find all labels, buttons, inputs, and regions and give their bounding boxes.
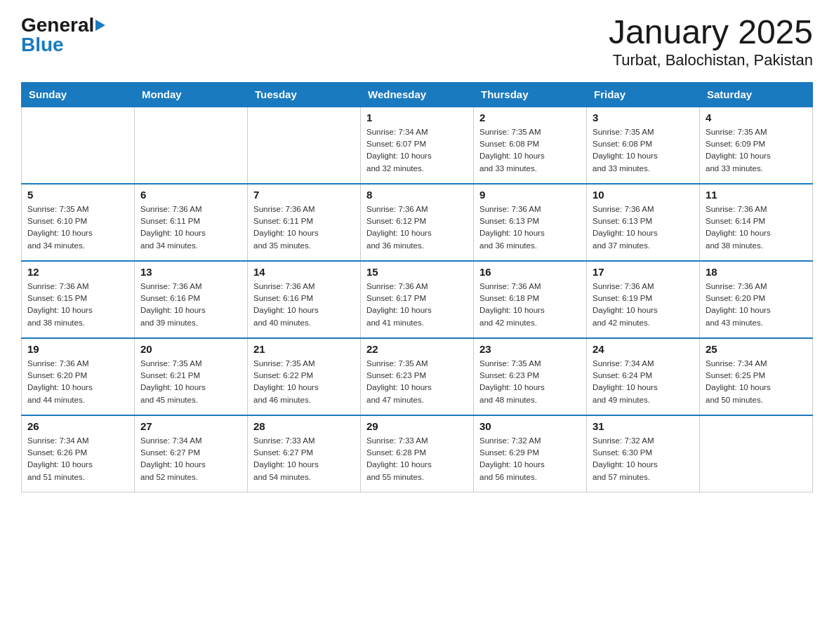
calendar-day-cell: 7Sunrise: 7:36 AMSunset: 6:11 PMDaylight… xyxy=(248,184,361,261)
day-number: 21 xyxy=(253,343,355,355)
day-info: Sunrise: 7:35 AMSunset: 6:23 PMDaylight:… xyxy=(479,358,581,406)
day-info: Sunrise: 7:36 AMSunset: 6:16 PMDaylight:… xyxy=(140,281,241,329)
day-number: 22 xyxy=(366,343,468,355)
day-number: 6 xyxy=(140,189,241,201)
calendar-day-cell: 24Sunrise: 7:34 AMSunset: 6:24 PMDayligh… xyxy=(587,338,700,415)
day-info: Sunrise: 7:36 AMSunset: 6:19 PMDaylight:… xyxy=(593,281,694,329)
calendar-day-cell: 30Sunrise: 7:32 AMSunset: 6:29 PMDayligh… xyxy=(474,415,587,492)
calendar-day-cell: 25Sunrise: 7:34 AMSunset: 6:25 PMDayligh… xyxy=(700,338,813,415)
day-number: 13 xyxy=(140,266,241,278)
calendar-day-cell: 23Sunrise: 7:35 AMSunset: 6:23 PMDayligh… xyxy=(474,338,587,415)
day-info: Sunrise: 7:36 AMSunset: 6:11 PMDaylight:… xyxy=(140,203,241,252)
day-info: Sunrise: 7:36 AMSunset: 6:18 PMDaylight:… xyxy=(479,281,581,329)
calendar-day-cell: 28Sunrise: 7:33 AMSunset: 6:27 PMDayligh… xyxy=(248,415,361,492)
day-number: 27 xyxy=(140,420,241,432)
page-header: General Blue January 2025 Turbat, Baloch… xyxy=(21,14,813,69)
day-info: Sunrise: 7:36 AMSunset: 6:20 PMDaylight:… xyxy=(27,358,128,406)
calendar-day-cell: 11Sunrise: 7:36 AMSunset: 6:14 PMDayligh… xyxy=(700,184,813,261)
day-info: Sunrise: 7:34 AMSunset: 6:27 PMDaylight:… xyxy=(140,435,241,483)
day-info: Sunrise: 7:36 AMSunset: 6:11 PMDaylight:… xyxy=(253,203,355,252)
calendar-table: SundayMondayTuesdayWednesdayThursdayFrid… xyxy=(21,82,813,493)
title-section: January 2025 Turbat, Balochistan, Pakist… xyxy=(609,14,813,69)
day-of-week-header: Saturday xyxy=(700,82,813,107)
day-number: 31 xyxy=(593,420,694,432)
day-info: Sunrise: 7:35 AMSunset: 6:23 PMDaylight:… xyxy=(366,358,468,406)
day-number: 29 xyxy=(366,420,468,432)
day-info: Sunrise: 7:34 AMSunset: 6:25 PMDaylight:… xyxy=(706,358,807,406)
calendar-day-cell xyxy=(248,107,361,184)
calendar-day-cell: 18Sunrise: 7:36 AMSunset: 6:20 PMDayligh… xyxy=(700,261,813,338)
calendar-day-cell: 19Sunrise: 7:36 AMSunset: 6:20 PMDayligh… xyxy=(22,338,135,415)
day-info: Sunrise: 7:36 AMSunset: 6:16 PMDaylight:… xyxy=(253,281,355,329)
day-of-week-header: Tuesday xyxy=(248,82,361,107)
day-info: Sunrise: 7:34 AMSunset: 6:07 PMDaylight:… xyxy=(366,126,468,175)
day-of-week-header: Sunday xyxy=(22,82,135,107)
calendar-day-cell: 21Sunrise: 7:35 AMSunset: 6:22 PMDayligh… xyxy=(248,338,361,415)
day-info: Sunrise: 7:36 AMSunset: 6:20 PMDaylight:… xyxy=(706,281,807,329)
day-info: Sunrise: 7:36 AMSunset: 6:14 PMDaylight:… xyxy=(706,203,807,252)
day-info: Sunrise: 7:35 AMSunset: 6:21 PMDaylight:… xyxy=(140,358,241,406)
day-info: Sunrise: 7:36 AMSunset: 6:13 PMDaylight:… xyxy=(593,203,694,252)
day-number: 15 xyxy=(366,266,468,278)
calendar-day-cell: 12Sunrise: 7:36 AMSunset: 6:15 PMDayligh… xyxy=(22,261,135,338)
day-info: Sunrise: 7:35 AMSunset: 6:08 PMDaylight:… xyxy=(479,126,581,175)
calendar-day-cell: 20Sunrise: 7:35 AMSunset: 6:21 PMDayligh… xyxy=(135,338,248,415)
day-number: 23 xyxy=(479,343,581,355)
calendar-day-cell: 6Sunrise: 7:36 AMSunset: 6:11 PMDaylight… xyxy=(135,184,248,261)
calendar-day-cell: 26Sunrise: 7:34 AMSunset: 6:26 PMDayligh… xyxy=(22,415,135,492)
calendar-day-cell: 3Sunrise: 7:35 AMSunset: 6:08 PMDaylight… xyxy=(587,107,700,184)
day-number: 1 xyxy=(366,112,468,123)
calendar-day-cell: 2Sunrise: 7:35 AMSunset: 6:08 PMDaylight… xyxy=(474,107,587,184)
day-info: Sunrise: 7:35 AMSunset: 6:09 PMDaylight:… xyxy=(706,126,807,175)
day-info: Sunrise: 7:33 AMSunset: 6:28 PMDaylight:… xyxy=(366,435,468,483)
day-number: 19 xyxy=(27,343,128,355)
calendar-day-cell: 29Sunrise: 7:33 AMSunset: 6:28 PMDayligh… xyxy=(361,415,474,492)
logo: General Blue xyxy=(21,14,105,56)
day-info: Sunrise: 7:34 AMSunset: 6:24 PMDaylight:… xyxy=(593,358,694,406)
calendar-day-cell: 4Sunrise: 7:35 AMSunset: 6:09 PMDaylight… xyxy=(700,107,813,184)
calendar-day-cell: 15Sunrise: 7:36 AMSunset: 6:17 PMDayligh… xyxy=(361,261,474,338)
calendar-day-cell: 8Sunrise: 7:36 AMSunset: 6:12 PMDaylight… xyxy=(361,184,474,261)
day-info: Sunrise: 7:36 AMSunset: 6:17 PMDaylight:… xyxy=(366,281,468,329)
logo-blue-text: Blue xyxy=(21,34,105,56)
calendar-day-cell: 5Sunrise: 7:35 AMSunset: 6:10 PMDaylight… xyxy=(22,184,135,261)
day-info: Sunrise: 7:35 AMSunset: 6:08 PMDaylight:… xyxy=(593,126,694,175)
calendar-day-cell xyxy=(135,107,248,184)
day-number: 28 xyxy=(253,420,355,432)
day-of-week-header: Friday xyxy=(587,82,700,107)
calendar-week-row: 26Sunrise: 7:34 AMSunset: 6:26 PMDayligh… xyxy=(22,415,813,492)
day-number: 14 xyxy=(253,266,355,278)
day-number: 5 xyxy=(27,189,128,201)
day-number: 17 xyxy=(593,266,694,278)
day-info: Sunrise: 7:34 AMSunset: 6:26 PMDaylight:… xyxy=(27,435,128,483)
day-of-week-header: Thursday xyxy=(474,82,587,107)
calendar-day-cell: 31Sunrise: 7:32 AMSunset: 6:30 PMDayligh… xyxy=(587,415,700,492)
calendar-day-cell: 9Sunrise: 7:36 AMSunset: 6:13 PMDaylight… xyxy=(474,184,587,261)
calendar-day-cell xyxy=(22,107,135,184)
calendar-header-row: SundayMondayTuesdayWednesdayThursdayFrid… xyxy=(22,82,813,107)
calendar-day-cell: 13Sunrise: 7:36 AMSunset: 6:16 PMDayligh… xyxy=(135,261,248,338)
day-number: 25 xyxy=(706,343,807,355)
month-title: January 2025 xyxy=(609,14,813,51)
day-number: 20 xyxy=(140,343,241,355)
calendar-day-cell: 1Sunrise: 7:34 AMSunset: 6:07 PMDaylight… xyxy=(361,107,474,184)
day-number: 8 xyxy=(366,189,468,201)
calendar-week-row: 5Sunrise: 7:35 AMSunset: 6:10 PMDaylight… xyxy=(22,184,813,261)
day-number: 3 xyxy=(593,112,694,123)
day-number: 4 xyxy=(706,112,807,123)
day-number: 2 xyxy=(479,112,581,123)
day-info: Sunrise: 7:35 AMSunset: 6:10 PMDaylight:… xyxy=(27,203,128,252)
day-number: 18 xyxy=(706,266,807,278)
day-number: 16 xyxy=(479,266,581,278)
calendar-day-cell: 27Sunrise: 7:34 AMSunset: 6:27 PMDayligh… xyxy=(135,415,248,492)
day-number: 11 xyxy=(706,189,807,201)
logo-arrow-icon xyxy=(95,20,105,31)
calendar-day-cell: 17Sunrise: 7:36 AMSunset: 6:19 PMDayligh… xyxy=(587,261,700,338)
day-number: 10 xyxy=(593,189,694,201)
calendar-day-cell xyxy=(700,415,813,492)
day-info: Sunrise: 7:36 AMSunset: 6:12 PMDaylight:… xyxy=(366,203,468,252)
location-title: Turbat, Balochistan, Pakistan xyxy=(609,51,813,69)
calendar-day-cell: 14Sunrise: 7:36 AMSunset: 6:16 PMDayligh… xyxy=(248,261,361,338)
day-number: 30 xyxy=(479,420,581,432)
calendar-day-cell: 16Sunrise: 7:36 AMSunset: 6:18 PMDayligh… xyxy=(474,261,587,338)
